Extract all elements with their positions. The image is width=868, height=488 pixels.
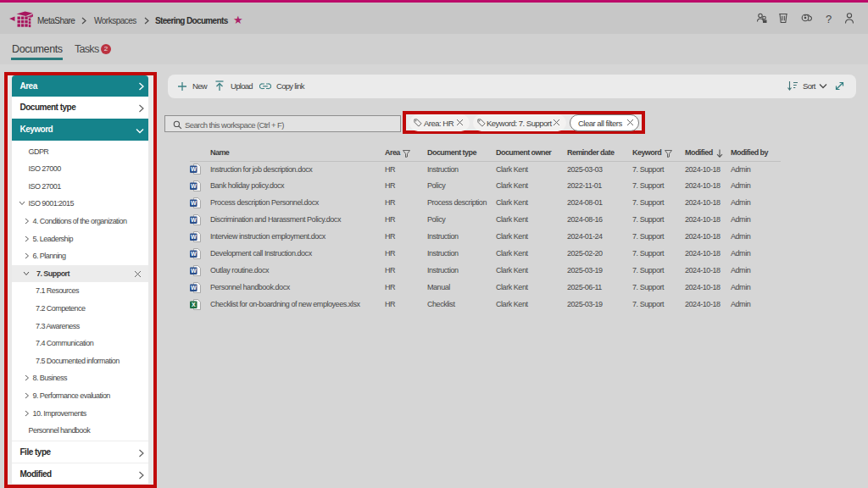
svg-text:W: W bbox=[191, 166, 197, 172]
svg-text:W: W bbox=[191, 183, 197, 189]
svg-text:W: W bbox=[191, 234, 197, 240]
svg-text:?: ? bbox=[826, 13, 832, 25]
svg-text:W: W bbox=[191, 268, 197, 274]
svg-text:W: W bbox=[191, 285, 197, 291]
svg-text:W: W bbox=[191, 251, 197, 257]
svg-text:W: W bbox=[191, 200, 197, 206]
svg-text:W: W bbox=[191, 217, 197, 223]
svg-text:X: X bbox=[192, 302, 196, 308]
